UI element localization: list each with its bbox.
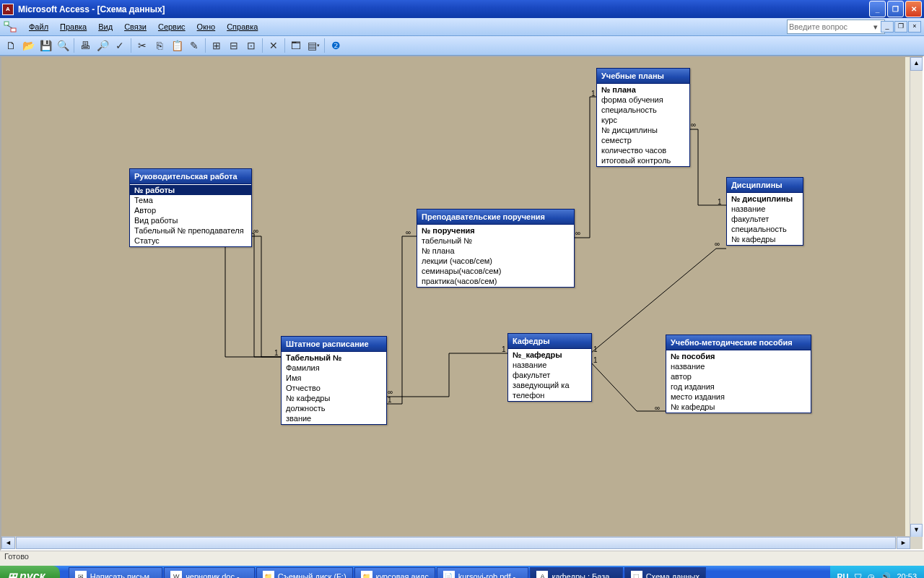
field[interactable]: № пособия <box>666 351 811 361</box>
field[interactable]: специальность <box>727 224 803 234</box>
table-manuals[interactable]: Учебно-методические пособия № пособия на… <box>666 335 811 413</box>
mdi-close-button[interactable]: × <box>908 21 921 33</box>
table-leadership[interactable]: Руководительская работа № работы Тема Ав… <box>129 168 252 247</box>
table-assignments[interactable]: Преподавательские поручения № поручения … <box>417 209 575 288</box>
relationships-canvas[interactable]: ∞ 1 1 ∞ ∞ 1 ∞ 1 1 ∞ 1 ∞ 1 ∞ Руководитель… <box>1 57 905 549</box>
field[interactable]: форма обучения <box>597 95 689 105</box>
search-icon[interactable]: 🔍 <box>55 38 71 53</box>
horizontal-scrollbar[interactable]: ◄ ► <box>1 536 910 549</box>
table-header[interactable]: Учебно-методические пособия <box>666 335 811 350</box>
close-button[interactable]: ✕ <box>905 1 922 17</box>
table-departments[interactable]: Кафедры №_кафедры название факультет зав… <box>507 333 592 402</box>
show-direct-icon[interactable]: ⊟ <box>226 38 242 53</box>
field[interactable]: Фамилия <box>282 363 386 373</box>
dropdown-icon[interactable]: ▾ <box>873 22 878 32</box>
menu-file[interactable]: Файл <box>23 21 54 33</box>
tray-icon[interactable]: ◷ <box>868 572 875 579</box>
open-icon[interactable]: 📂 <box>20 38 36 53</box>
field[interactable]: лекции (часов/сем) <box>417 256 574 266</box>
table-header[interactable]: Учебные планы <box>597 69 689 84</box>
taskbar-item[interactable]: Aкафедры : База... <box>530 567 622 578</box>
field[interactable]: место издания <box>666 392 811 402</box>
table-header[interactable]: Руководительская работа <box>130 169 251 184</box>
table-staff[interactable]: Штатное расписание Табельный № Фамилия И… <box>281 336 387 425</box>
show-all-icon[interactable]: ⊡ <box>243 38 259 53</box>
field[interactable]: №_кафедры <box>508 350 591 360</box>
field[interactable]: курс <box>597 115 689 125</box>
field[interactable]: название <box>727 204 803 214</box>
new-object-icon[interactable]: ▤▾ <box>305 38 321 53</box>
field[interactable]: телефон <box>508 390 591 400</box>
maximize-button[interactable]: ❐ <box>887 1 904 17</box>
table-header[interactable]: Кафедры <box>508 334 591 349</box>
vertical-scrollbar[interactable]: ▲ ▼ <box>910 57 923 538</box>
menu-relations[interactable]: Связи <box>118 21 152 33</box>
taskbar-item[interactable]: 📁курсовая аидс <box>354 567 435 578</box>
field[interactable]: № дисциплины <box>597 125 689 135</box>
new-icon[interactable]: 🗋 <box>3 38 19 53</box>
field[interactable]: Вид работы <box>130 215 251 225</box>
field[interactable]: № кафедры <box>666 402 811 412</box>
start-button[interactable]: ⊞пуск <box>0 566 60 578</box>
field[interactable]: № поручения <box>417 225 574 236</box>
paste-icon[interactable]: 📋 <box>169 38 185 53</box>
save-icon[interactable]: 💾 <box>38 38 53 53</box>
relationships-icon[interactable] <box>3 20 17 33</box>
field[interactable]: факультет <box>727 214 803 224</box>
print-icon[interactable]: 🖶 <box>77 38 93 53</box>
tray-icon[interactable]: 🛡 <box>854 572 862 578</box>
menu-help[interactable]: Справка <box>221 21 263 33</box>
field[interactable]: название <box>508 360 591 370</box>
spellcheck-icon[interactable]: ✓ <box>112 38 128 53</box>
field[interactable]: практика(часов/сем) <box>417 276 574 286</box>
scroll-down-icon[interactable]: ▼ <box>910 524 923 538</box>
tray-icon[interactable]: 🔊 <box>881 572 891 579</box>
table-header[interactable]: Дисциплины <box>727 178 803 193</box>
menu-edit[interactable]: Правка <box>54 21 92 33</box>
scroll-up-icon[interactable]: ▲ <box>910 57 923 71</box>
delete-icon[interactable]: ✕ <box>266 38 282 53</box>
db-window-icon[interactable]: 🗔 <box>288 38 304 53</box>
system-tray[interactable]: RU 🛡 ◷ 🔊 20:53 <box>830 566 924 578</box>
field[interactable]: № работы <box>130 185 251 195</box>
language-indicator[interactable]: RU <box>837 572 849 578</box>
scroll-thumb[interactable] <box>16 537 896 549</box>
table-header[interactable]: Штатное расписание <box>282 337 386 352</box>
field[interactable]: специальность <box>597 105 689 115</box>
field[interactable]: количество часов <box>597 145 689 155</box>
menu-window[interactable]: Окно <box>191 21 222 33</box>
field[interactable]: звание <box>282 413 386 423</box>
field[interactable]: автор <box>666 371 811 381</box>
scroll-left-icon[interactable]: ◄ <box>1 537 15 549</box>
field[interactable]: факультет <box>508 370 591 380</box>
table-header[interactable]: Преподавательские поручения <box>417 210 574 225</box>
table-plans[interactable]: Учебные планы № плана форма обучения спе… <box>596 68 690 167</box>
taskbar-item[interactable]: ✉Написать письм... <box>69 567 162 578</box>
taskbar-item[interactable]: Wчерновик.doc - ... <box>164 567 255 578</box>
table-disciplines[interactable]: Дисциплины № дисциплины название факульт… <box>726 177 803 246</box>
field[interactable]: Статус <box>130 236 251 246</box>
scroll-right-icon[interactable]: ► <box>897 537 910 549</box>
show-table-icon[interactable]: ⊞ <box>209 38 225 53</box>
field[interactable]: заведующий ка <box>508 380 591 390</box>
preview-icon[interactable]: 🔎 <box>95 38 110 53</box>
menu-view[interactable]: Вид <box>92 21 118 33</box>
clock[interactable]: 20:53 <box>897 572 917 578</box>
menu-service[interactable]: Сервис <box>152 21 191 33</box>
cut-icon[interactable]: ✂ <box>134 38 150 53</box>
field[interactable]: итоговый контроль <box>597 155 689 165</box>
field[interactable]: Табельный № <box>282 353 386 363</box>
mdi-minimize-button[interactable]: _ <box>881 21 894 33</box>
field[interactable]: № кафедры <box>282 393 386 403</box>
field[interactable]: табельный № <box>417 236 574 246</box>
taskbar-item[interactable]: 📄kursovi-rob.pdf -... <box>437 567 529 578</box>
field[interactable]: Тема <box>130 195 251 205</box>
field[interactable]: Автор <box>130 205 251 215</box>
help-icon[interactable]: ❷ <box>328 38 344 53</box>
field[interactable]: название <box>666 361 811 371</box>
field[interactable]: № дисциплины <box>727 194 803 204</box>
copy-icon[interactable]: ⎘ <box>152 38 167 53</box>
help-question-input[interactable] <box>787 20 885 34</box>
taskbar-item[interactable]: 📁Съемный диск (F:) <box>256 567 353 578</box>
field[interactable]: семестр <box>597 135 689 145</box>
